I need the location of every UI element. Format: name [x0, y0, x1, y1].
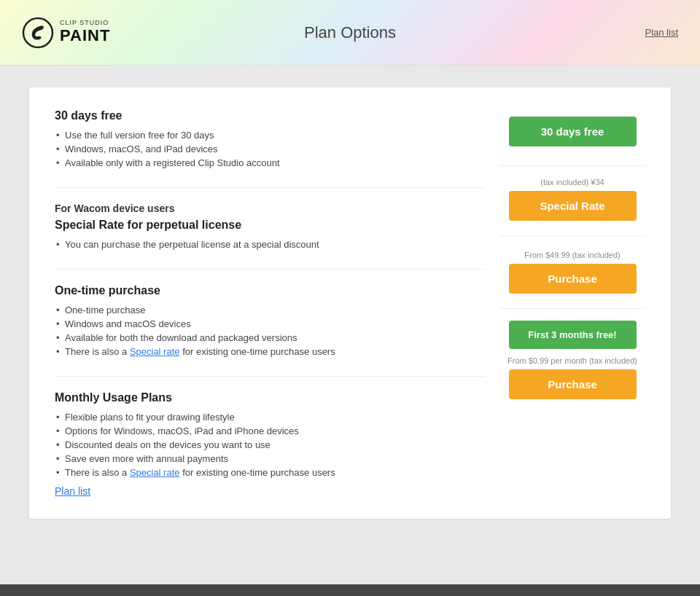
one-time-special-rate-link[interactable]: Special rate [130, 346, 180, 357]
monthly-section: Monthly Usage Plans Flexible plans to fi… [55, 376, 485, 497]
one-time-title: One-time purchase [55, 284, 485, 297]
page-title: Plan Options [304, 23, 396, 42]
wacom-bullet-1: You can purchase the perpetual license a… [55, 238, 485, 251]
one-time-price-note: From $49.99 (tax included) [524, 251, 620, 259]
free-trial-bullet-1: Use the full version free for 30 days [55, 128, 485, 142]
wacom-special-rate-button[interactable]: Special Rate [509, 191, 637, 221]
one-time-bullets: One-time purchase Windows and macOS devi… [55, 303, 485, 358]
wacom-bullets: You can purchase the perpetual license a… [55, 238, 485, 251]
header: CLIP STUDIO PAINT Plan Options Plan list [0, 0, 700, 66]
one-time-section: One-time purchase One-time purchase Wind… [55, 269, 485, 358]
free-trial-button[interactable]: 30 days free [509, 117, 637, 146]
wacom-label: For Wacom device users [55, 203, 485, 214]
monthly-price-note: From $0.99 per month (tax included) [508, 356, 637, 365]
free-trial-action: 30 days free [499, 109, 645, 166]
free-trial-section: 30 days free Use the full version free f… [55, 109, 485, 170]
footer: About this service Monthly Usage Plans R… [0, 584, 700, 596]
one-time-bullet-3: Available for both the download and pack… [55, 331, 485, 345]
svg-point-0 [23, 18, 52, 47]
free-trial-title: 30 days free [55, 109, 485, 122]
monthly-bullet-1: Flexible plans to fit your drawing lifes… [55, 410, 485, 424]
one-time-bullet-1: One-time purchase [55, 303, 485, 317]
free-trial-bullet-2: Windows, macOS, and iPad devices [55, 142, 485, 156]
one-time-bullet-4: There is also a Special rate for existin… [55, 345, 485, 358]
monthly-bullet-4: Save even more with annual payments [55, 452, 485, 466]
wacom-subtitle: Special Rate for perpetual license [55, 219, 485, 232]
logo: CLIP STUDIO PAINT [22, 17, 110, 49]
one-time-bullet-2: Windows and macOS devices [55, 317, 485, 331]
monthly-bullets: Flexible plans to fit your drawing lifes… [55, 410, 485, 479]
wacom-action: (tax included) ¥34 Special Rate [499, 166, 645, 236]
main-content: 30 days free Use the full version free f… [0, 66, 700, 541]
wacom-section: For Wacom device users Special Rate for … [55, 187, 485, 251]
monthly-bullet-2: Options for Windows, macOS, iPad and iPh… [55, 424, 485, 438]
free-trial-bullets: Use the full version free for 30 days Wi… [55, 128, 485, 170]
monthly-purchase-button[interactable]: Purchase [509, 369, 637, 399]
monthly-first-free-button[interactable]: First 3 months free! [509, 321, 637, 349]
free-trial-bullet-3: Available only with a registered Clip St… [55, 156, 485, 170]
plan-card: 30 days free Use the full version free f… [29, 87, 671, 519]
one-time-purchase-button[interactable]: Purchase [509, 264, 637, 294]
monthly-bullet-3: Discounted deals on the devices you want… [55, 438, 485, 452]
monthly-plan-list-link[interactable]: Plan list [55, 485, 90, 497]
monthly-title: Monthly Usage Plans [55, 391, 485, 404]
header-plan-list-link[interactable]: Plan list [645, 27, 678, 38]
clip-studio-logo-icon [22, 17, 54, 49]
plan-details: 30 days free Use the full version free f… [55, 109, 485, 497]
plan-actions: 30 days free (tax included) ¥34 Special … [499, 109, 645, 497]
monthly-special-rate-link[interactable]: Special rate [130, 467, 180, 478]
logo-text: CLIP STUDIO PAINT [60, 20, 110, 44]
monthly-action: First 3 months free! From $0.99 per mont… [499, 309, 645, 411]
wacom-price-note: (tax included) ¥34 [540, 178, 604, 187]
one-time-action: From $49.99 (tax included) Purchase [499, 236, 645, 309]
logo-bottom-text: PAINT [60, 27, 110, 44]
monthly-bullet-5: There is also a Special rate for existin… [55, 466, 485, 479]
